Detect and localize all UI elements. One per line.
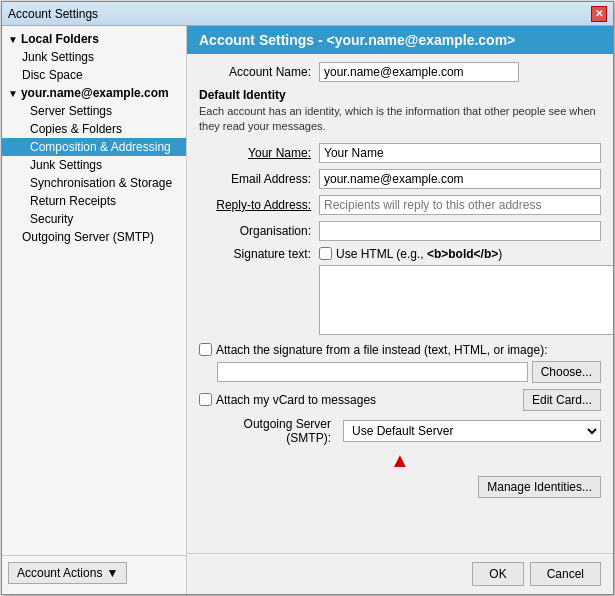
outgoing-smtp-label: Outgoing Server (SMTP) <box>22 230 154 244</box>
account-actions-button[interactable]: Account Actions ▼ <box>8 562 127 584</box>
left-panel: ▼ Local Folders Junk Settings Disc Space… <box>2 26 187 594</box>
email-input[interactable] <box>319 169 601 189</box>
choose-button[interactable]: Choose... <box>532 361 601 383</box>
local-folders-label: Local Folders <box>21 32 99 46</box>
account-actions-label: Account Actions <box>17 566 102 580</box>
copies-folders-label: Copies & Folders <box>30 122 122 136</box>
tree-local-folders[interactable]: ▼ Local Folders <box>2 30 186 48</box>
attach-sig-checkbox[interactable] <box>199 343 212 356</box>
disc-space-label: Disc Space <box>22 68 83 82</box>
server-settings-label: Server Settings <box>30 104 112 118</box>
bold-example: <b>bold</b> <box>427 247 498 261</box>
organisation-label: Organisation: <box>199 224 319 238</box>
use-html-label: Use HTML (e.g., <b>bold</b>) <box>336 247 502 261</box>
tree-copies-folders[interactable]: Copies & Folders <box>2 120 186 138</box>
collapse-arrow-local: ▼ <box>8 34 18 45</box>
tree-account[interactable]: ▼ your.name@example.com <box>2 84 186 102</box>
tree-synchronisation[interactable]: Synchronisation & Storage <box>2 174 186 192</box>
default-identity-desc: Each account has an identity, which is t… <box>199 104 601 135</box>
outgoing-server-row: Outgoing Server (SMTP): Use Default Serv… <box>199 417 601 445</box>
account-name-label: Account Name: <box>199 65 319 79</box>
your-name-input[interactable] <box>319 143 601 163</box>
reply-to-row: Reply-to Address: <box>199 195 601 215</box>
right-panel-header: Account Settings - <your.name@example.co… <box>187 26 613 54</box>
your-name-row: Your Name: <box>199 143 601 163</box>
attach-sig-path-input[interactable] <box>217 362 528 382</box>
dialog-body: ▼ Local Folders Junk Settings Disc Space… <box>2 26 613 594</box>
manage-identities-button[interactable]: Manage Identities... <box>478 476 601 498</box>
bottom-bar: Account Actions ▼ <box>2 555 186 590</box>
arrow-indicator: ▲ <box>199 449 601 472</box>
ok-button[interactable]: OK <box>472 562 523 586</box>
security-label: Security <box>30 212 73 226</box>
outgoing-server-select[interactable]: Use Default Server <box>343 420 601 442</box>
reply-to-label: Reply-to Address: <box>199 198 319 212</box>
attach-sig-row: Attach the signature from a file instead… <box>199 343 601 357</box>
your-name-label: Your Name: <box>199 146 319 160</box>
default-identity-title: Default Identity <box>199 88 601 102</box>
signature-text-row: Signature text: Use HTML (e.g., <b>bold<… <box>199 247 601 261</box>
junk-settings-label: Junk Settings <box>22 50 94 64</box>
signature-text-label: Signature text: <box>199 247 319 261</box>
tree-server-settings[interactable]: Server Settings <box>2 102 186 120</box>
account-name-input[interactable] <box>319 62 519 82</box>
signature-textarea[interactable] <box>319 265 613 335</box>
up-arrow-icon: ▲ <box>390 449 410 472</box>
email-row: Email Address: <box>199 169 601 189</box>
synchronisation-label: Synchronisation & Storage <box>30 176 172 190</box>
edit-card-button[interactable]: Edit Card... <box>523 389 601 411</box>
vcard-row: Attach my vCard to messages Edit Card... <box>199 389 601 411</box>
attach-sig-label: Attach the signature from a file instead… <box>216 343 547 357</box>
tree-section: ▼ Local Folders Junk Settings Disc Space… <box>2 30 186 555</box>
attach-sig-input-row: Choose... <box>199 361 601 383</box>
attach-vcard-label: Attach my vCard to messages <box>216 393 376 407</box>
return-receipts-label: Return Receipts <box>30 194 116 208</box>
use-html-checkbox[interactable] <box>319 247 332 260</box>
close-button[interactable]: ✕ <box>591 6 607 22</box>
collapse-arrow-account: ▼ <box>8 88 18 99</box>
use-html-row: Use HTML (e.g., <b>bold</b>) <box>319 247 502 261</box>
tree-composition-addressing[interactable]: Composition & Addressing <box>2 138 186 156</box>
organisation-row: Organisation: <box>199 221 601 241</box>
cancel-button[interactable]: Cancel <box>530 562 601 586</box>
reply-to-input[interactable] <box>319 195 601 215</box>
tree-return-receipts[interactable]: Return Receipts <box>2 192 186 210</box>
dialog-footer: OK Cancel <box>187 553 613 594</box>
tree-disc-space[interactable]: Disc Space <box>2 66 186 84</box>
tree-junk-settings[interactable]: Junk Settings <box>2 48 186 66</box>
right-content: Account Name: Default Identity Each acco… <box>187 54 613 553</box>
tree-security[interactable]: Security <box>2 210 186 228</box>
composition-label: Composition & Addressing <box>30 140 171 154</box>
account-label: your.name@example.com <box>21 86 169 100</box>
outgoing-server-label: Outgoing Server (SMTP): <box>199 417 339 445</box>
right-panel: Account Settings - <your.name@example.co… <box>187 26 613 594</box>
organisation-input[interactable] <box>319 221 601 241</box>
tree-junk-settings2[interactable]: Junk Settings <box>2 156 186 174</box>
title-bar: Account Settings ✕ <box>2 2 613 26</box>
dialog-title: Account Settings <box>8 7 98 21</box>
account-actions-arrow: ▼ <box>106 566 118 580</box>
email-label: Email Address: <box>199 172 319 186</box>
account-settings-dialog: Account Settings ✕ ▼ Local Folders Junk … <box>1 1 614 595</box>
attach-vcard-checkbox[interactable] <box>199 393 212 406</box>
manage-identities-row: Manage Identities... <box>199 476 601 498</box>
junk-settings2-label: Junk Settings <box>30 158 102 172</box>
account-name-row: Account Name: <box>199 62 601 82</box>
tree-outgoing-smtp[interactable]: Outgoing Server (SMTP) <box>2 228 186 246</box>
